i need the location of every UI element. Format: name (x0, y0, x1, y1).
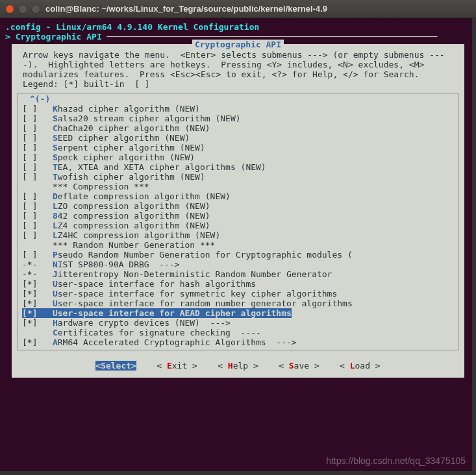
item-checkbox[interactable]: [ ] (22, 162, 37, 172)
item-checkbox[interactable] (22, 328, 37, 337)
item-checkbox[interactable]: [*] (22, 337, 37, 347)
scroll-up-hint: ^(-) (30, 94, 454, 104)
item-checkbox[interactable]: [ ] (22, 250, 37, 260)
menu-item[interactable]: [*] User-space interface for hash algori… (22, 279, 454, 289)
item-label: Z4 compression algorithm (NEW) (58, 221, 210, 230)
dialog-box: Cryptographic API Arrow keys navigate th… (12, 44, 464, 378)
item-checkbox[interactable]: [ ] (22, 114, 37, 123)
item-label: peck cipher algorithm (NEW) (58, 152, 195, 162)
help-button[interactable]: < Help > (218, 361, 258, 371)
menu-item[interactable]: [ ] Deflate compression algorithm (NEW) (22, 191, 454, 201)
item-label: ertificates for signature checking ---- (58, 328, 261, 337)
dialog-help-text: Arrow keys navigate the menu. <Enter> se… (12, 49, 464, 91)
item-checkbox[interactable]: [ ] (22, 191, 37, 201)
item-label: seudo Random Number Generation for Crypt… (58, 250, 353, 260)
item-checkbox[interactable] (22, 182, 37, 191)
item-checkbox[interactable]: [ ] (22, 211, 37, 221)
item-label: *** Compression *** (53, 182, 149, 191)
item-checkbox[interactable]: [ ] (22, 172, 37, 182)
menu-item[interactable]: Certificates for signature checking ---- (22, 328, 454, 337)
item-hotkey: S (53, 114, 58, 123)
menu-item[interactable]: [ ] LZ4 compression algorithm (NEW) (22, 221, 454, 230)
item-hotkey: D (53, 191, 58, 201)
item-checkbox[interactable]: -*- (22, 260, 37, 269)
menu-item[interactable]: [ ] Pseudo Random Number Generation for … (22, 250, 454, 260)
menu-item[interactable]: [ ] ChaCha20 cipher algorithm (NEW) (22, 123, 454, 133)
item-checkbox[interactable]: [ ] (22, 230, 37, 240)
terminal-body: .config - Linux/arm64 4.9.140 Kernel Con… (0, 18, 476, 475)
item-hotkey: L (53, 221, 58, 230)
item-checkbox[interactable]: [ ] (22, 221, 37, 230)
menu-item[interactable]: [ ] Twofish cipher algorithm (NEW) (22, 172, 454, 182)
menu-item[interactable]: -*- NIST SP800-90A DRBG ---> (22, 260, 454, 269)
menu-item[interactable]: *** Random Number Generation *** (22, 240, 454, 250)
menu-list[interactable]: ^(-) [ ] Khazad cipher algorithm (NEW)[ … (18, 93, 458, 350)
save-button[interactable]: < Save > (279, 361, 319, 371)
item-checkbox[interactable]: [ ] (22, 152, 37, 162)
select-button[interactable]: <Select> (95, 361, 136, 371)
item-hotkey: A (53, 337, 58, 347)
menu-item[interactable]: [ ] Salsa20 stream cipher algorithm (NEW… (22, 114, 454, 123)
item-checkbox[interactable]: [ ] (22, 143, 37, 152)
menu-item[interactable]: [ ] Khazad cipher algorithm (NEW) (22, 104, 454, 114)
item-checkbox[interactable]: [ ] (22, 104, 37, 114)
menu-item[interactable]: [ ] 842 compression algorithm (NEW) (22, 211, 454, 221)
item-label: ZO compression algorithm (NEW) (58, 201, 210, 211)
titlebar: colin@Blanc: ~/works/Linux_for_Tegra/sou… (0, 0, 476, 18)
maximize-icon[interactable] (31, 5, 40, 14)
item-label: ser-space interface for symmetric key ci… (58, 289, 337, 298)
menu-item[interactable]: [ ] LZO compression algorithm (NEW) (22, 201, 454, 211)
button-bar: <Select> < Exit > < Help > < Save > < Lo… (12, 354, 464, 377)
item-label: IST SP800-90A DRBG ---> (58, 260, 180, 269)
item-checkbox[interactable]: [ ] (22, 201, 37, 211)
item-checkbox[interactable]: -*- (22, 269, 37, 279)
item-label: *** Random Number Generation *** (53, 240, 215, 250)
menu-item[interactable]: [*] User-space interface for random numb… (22, 298, 454, 308)
menu-item[interactable]: [*] ARM64 Accelerated Cryptographic Algo… (22, 337, 454, 347)
item-hotkey: S (53, 152, 58, 162)
menu-item[interactable]: [ ] Serpent cipher algorithm (NEW) (22, 143, 454, 152)
item-hotkey: J (53, 269, 58, 279)
item-hotkey: T (53, 162, 58, 172)
item-hotkey: N (53, 260, 58, 269)
item-label: haCha20 cipher algorithm (NEW) (58, 123, 210, 133)
breadcrumb-prefix: > (5, 32, 16, 42)
item-checkbox[interactable]: [ ] (22, 123, 37, 133)
menu-item[interactable]: [ ] SEED cipher algorithm (NEW) (22, 133, 454, 143)
menu-item[interactable]: [ ] LZ4HC compression algorithm (NEW) (22, 230, 454, 240)
item-label: 42 compression algorithm (NEW) (58, 211, 210, 221)
menu-item[interactable]: [ ] TEA, XTEA and XETA cipher algorithms… (22, 162, 454, 172)
menu-item[interactable]: [*] Hardware crypto devices (NEW) ---> (22, 318, 454, 328)
breadcrumb-label: Cryptographic API (16, 32, 102, 42)
item-checkbox[interactable]: [*] (22, 289, 37, 298)
load-button[interactable]: < Load > (340, 361, 381, 371)
item-label: wofish cipher algorithm (NEW) (58, 172, 205, 182)
item-checkbox[interactable]: [*] (22, 308, 37, 318)
item-label: ser-space interface for random number ge… (58, 298, 353, 308)
terminal-window: colin@Blanc: ~/works/Linux_for_Tegra/sou… (0, 0, 476, 475)
item-label: erpent cipher algorithm (NEW) (58, 143, 205, 152)
item-checkbox[interactable]: [*] (22, 318, 37, 328)
item-label: itterentropy Non-Deterministic Random Nu… (58, 269, 332, 279)
item-hotkey: K (53, 104, 58, 114)
minimize-icon[interactable] (18, 5, 27, 14)
menu-item[interactable]: [*] User-space interface for AEAD cipher… (22, 308, 454, 318)
item-hotkey: P (53, 250, 58, 260)
item-label: Z4HC compression algorithm (NEW) (58, 230, 220, 240)
menu-item[interactable]: *** Compression *** (22, 182, 454, 191)
item-hotkey: U (53, 308, 58, 318)
item-checkbox[interactable] (22, 240, 37, 250)
item-checkbox[interactable]: [ ] (22, 133, 37, 143)
item-label: eflate compression algorithm (NEW) (58, 191, 231, 201)
menu-item[interactable]: [ ] Speck cipher algorithm (NEW) (22, 152, 454, 162)
exit-button[interactable]: < Exit > (157, 361, 197, 371)
menu-item[interactable]: -*- Jitterentropy Non-Deterministic Rand… (22, 269, 454, 279)
item-label: EED cipher algorithm (NEW) (58, 133, 190, 143)
item-hotkey: U (53, 298, 58, 308)
close-icon[interactable] (5, 5, 14, 14)
menu-item[interactable]: [*] User-space interface for symmetric k… (22, 289, 454, 298)
item-checkbox[interactable]: [*] (22, 298, 37, 308)
item-checkbox[interactable]: [*] (22, 279, 37, 289)
item-hotkey: S (53, 133, 58, 143)
item-hotkey: U (53, 289, 58, 298)
